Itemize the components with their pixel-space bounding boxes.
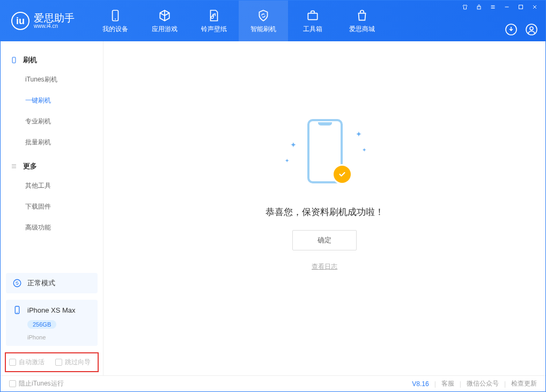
svg-point-11 <box>17 312 18 313</box>
mode-box[interactable]: 正常模式 <box>6 273 98 293</box>
check-badge-icon <box>332 164 352 184</box>
sync-icon <box>12 278 22 288</box>
checkbox-auto-activate[interactable]: 自动激活 <box>9 358 45 367</box>
app-name: 爱思助手 <box>34 13 75 23</box>
checkbox-icon <box>9 380 16 387</box>
checkbox-skip-guide[interactable]: 跳过向导 <box>55 358 91 367</box>
device-capacity: 256GB <box>27 320 56 329</box>
version-label: V8.16 <box>412 380 429 388</box>
checkbox-icon <box>9 359 16 366</box>
device-phone-icon <box>12 305 22 315</box>
music-file-icon <box>207 9 221 23</box>
device-box[interactable]: iPhone XS Max 256GB iPhone <box>6 300 98 346</box>
briefcase-icon <box>306 9 320 23</box>
ok-button[interactable]: 确定 <box>292 230 357 250</box>
svg-rect-4 <box>519 5 523 9</box>
sidebar-item-other-tools[interactable]: 其他工具 <box>1 175 103 196</box>
sidebar-item-itunes-flash[interactable]: iTunes刷机 <box>1 69 103 90</box>
sidebar-item-batch-flash[interactable]: 批量刷机 <box>1 132 103 153</box>
success-illustration: ✦✦ ✦✦ <box>282 114 367 194</box>
view-log-link[interactable]: 查看日志 <box>312 262 337 271</box>
mode-label: 正常模式 <box>27 278 55 288</box>
shield-refresh-icon <box>256 9 270 23</box>
svg-rect-2 <box>308 13 317 19</box>
sidebar-group-flash: 刷机 <box>1 51 103 69</box>
sidebar-item-pro-flash[interactable]: 专业刷机 <box>1 111 103 132</box>
app-url: www.i4.cn <box>34 23 75 29</box>
device-name: iPhone XS Max <box>27 306 76 314</box>
cube-icon <box>158 9 172 23</box>
bag-icon <box>355 9 369 23</box>
sidebar-item-advanced[interactable]: 高级功能 <box>1 217 103 238</box>
device-type: iPhone <box>27 334 46 341</box>
checkbox-block-itunes[interactable]: 阻止iTunes运行 <box>9 379 64 388</box>
lock-icon[interactable] <box>476 4 482 10</box>
minimize-icon[interactable] <box>504 4 510 10</box>
maximize-icon[interactable] <box>518 4 524 10</box>
app-logo: iu 爱思助手 www.i4.cn <box>11 12 75 30</box>
svg-point-9 <box>13 279 21 287</box>
phone-icon <box>108 9 122 23</box>
svg-point-1 <box>115 18 116 19</box>
logo-icon: iu <box>11 12 29 30</box>
highlighted-checkbox-row: 自动激活 跳过向导 <box>5 352 99 372</box>
svg-rect-8 <box>12 57 16 63</box>
list-icon <box>10 162 18 170</box>
menu-icon[interactable] <box>490 4 496 10</box>
sidebar-item-onekey-flash[interactable]: 一键刷机 <box>1 90 103 111</box>
svg-rect-3 <box>477 6 481 9</box>
success-message: 恭喜您，保资料刷机成功啦！ <box>265 206 384 218</box>
footer-link-wechat[interactable]: 微信公众号 <box>467 379 499 388</box>
sidebar-group-more: 更多 <box>1 157 103 175</box>
footer-link-support[interactable]: 客服 <box>441 379 454 388</box>
shirt-icon[interactable] <box>462 4 468 10</box>
sidebar-item-download-firmware[interactable]: 下载固件 <box>1 196 103 217</box>
checkbox-icon <box>55 359 62 366</box>
close-icon[interactable] <box>532 4 538 10</box>
phone-small-icon <box>10 56 18 64</box>
footer-link-update[interactable]: 检查更新 <box>511 379 537 388</box>
